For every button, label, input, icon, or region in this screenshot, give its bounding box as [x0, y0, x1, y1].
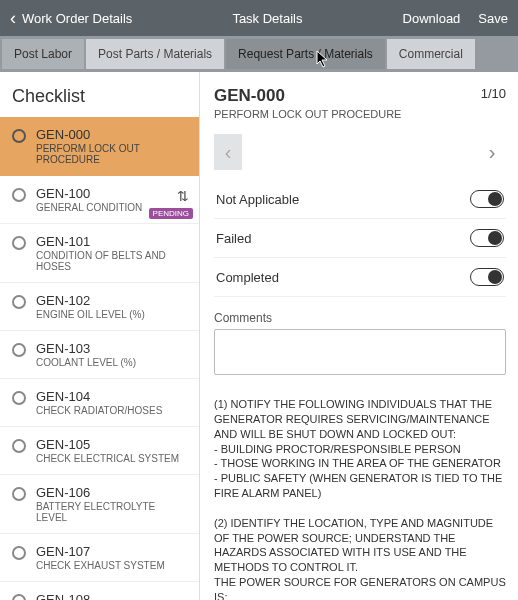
page-count: 1/10	[481, 86, 506, 101]
checklist-item-gen-107[interactable]: GEN-107CHECK EXHAUST SYSTEM	[0, 534, 199, 582]
checklist-code: GEN-000	[36, 127, 189, 142]
checklist-item-gen-103[interactable]: GEN-103COOLANT LEVEL (%)	[0, 331, 199, 379]
instructions-text: (1) NOTIFY THE FOLLOWING INDIVIDUALS THA…	[214, 397, 506, 600]
filter-icon[interactable]: ⇅	[177, 188, 189, 204]
checklist-item-gen-102[interactable]: GEN-102ENGINE OIL LEVEL (%)	[0, 283, 199, 331]
checklist-item-gen-105[interactable]: GEN-105CHECK ELECTRICAL SYSTEM	[0, 427, 199, 475]
checklist-item-gen-104[interactable]: GEN-104CHECK RADIATOR/HOSES	[0, 379, 199, 427]
radio-icon	[12, 439, 26, 453]
tab-1[interactable]: Post Parts / Materials	[86, 39, 224, 69]
detail-desc: PERFORM LOCK OUT PROCEDURE	[214, 108, 401, 120]
radio-icon	[12, 343, 26, 357]
comments-input[interactable]	[214, 329, 506, 375]
header-title: Task Details	[132, 11, 402, 26]
checklist-code: GEN-102	[36, 293, 189, 308]
toggle-failed: Failed	[214, 219, 506, 258]
checklist-heading: Checklist	[0, 72, 199, 117]
checklist-desc: PERFORM LOCK OUT PROCEDURE	[36, 143, 189, 165]
checklist-desc: ENGINE OIL LEVEL (%)	[36, 309, 189, 320]
checklist-code: GEN-103	[36, 341, 189, 356]
back-icon[interactable]: ‹	[10, 8, 16, 29]
checklist-item-gen-108[interactable]: GEN-108FUEL LEVEL (%)	[0, 582, 199, 600]
failed-toggle[interactable]	[470, 229, 504, 247]
detail-pane: GEN-000 PERFORM LOCK OUT PROCEDURE 1/10 …	[200, 72, 518, 600]
radio-icon	[12, 295, 26, 309]
toggle-not-applicable: Not Applicable	[214, 180, 506, 219]
checklist-code: GEN-105	[36, 437, 189, 452]
checklist-code: GEN-100	[36, 186, 189, 201]
completed-toggle[interactable]	[470, 268, 504, 286]
checklist-item-gen-101[interactable]: GEN-101CONDITION OF BELTS AND HOSES	[0, 224, 199, 283]
checklist-code: GEN-108	[36, 592, 189, 600]
checklist-desc: CONDITION OF BELTS AND HOSES	[36, 250, 189, 272]
next-button[interactable]: ›	[478, 134, 506, 170]
app-header: ‹ Work Order Details Task Details Downlo…	[0, 0, 518, 36]
comments-label: Comments	[214, 311, 506, 325]
header-back-label[interactable]: Work Order Details	[22, 11, 132, 26]
radio-icon	[12, 236, 26, 250]
toggle-completed: Completed	[214, 258, 506, 297]
checklist-code: GEN-104	[36, 389, 189, 404]
toggle-label: Completed	[216, 270, 279, 285]
not-applicable-toggle[interactable]	[470, 190, 504, 208]
checklist-code: GEN-106	[36, 485, 189, 500]
checklist-pane: Checklist GEN-000PERFORM LOCK OUT PROCED…	[0, 72, 200, 600]
checklist-item-gen-000[interactable]: GEN-000PERFORM LOCK OUT PROCEDURE	[0, 117, 199, 176]
tab-2[interactable]: Request Parts / Materials	[226, 39, 385, 69]
checklist-desc: COOLANT LEVEL (%)	[36, 357, 189, 368]
download-button[interactable]: Download	[403, 11, 461, 26]
radio-icon	[12, 391, 26, 405]
radio-icon	[12, 546, 26, 560]
radio-icon	[12, 129, 26, 143]
detail-code: GEN-000	[214, 86, 401, 106]
save-button[interactable]: Save	[478, 11, 508, 26]
radio-icon	[12, 487, 26, 501]
checklist-desc: CHECK RADIATOR/HOSES	[36, 405, 189, 416]
toggle-label: Not Applicable	[216, 192, 299, 207]
radio-icon	[12, 188, 26, 202]
prev-button[interactable]: ‹	[214, 134, 242, 170]
checklist-desc: BATTERY ELECTROLYTE LEVEL	[36, 501, 189, 523]
toggle-label: Failed	[216, 231, 251, 246]
checklist-item-gen-100[interactable]: GEN-100GENERAL CONDITION⇅PENDING	[0, 176, 199, 224]
tab-bar: Post LaborPost Parts / MaterialsRequest …	[0, 36, 518, 72]
checklist-item-gen-106[interactable]: GEN-106BATTERY ELECTROLYTE LEVEL	[0, 475, 199, 534]
tab-0[interactable]: Post Labor	[2, 39, 84, 69]
checklist-desc: CHECK ELECTRICAL SYSTEM	[36, 453, 189, 464]
checklist-desc: CHECK EXHAUST SYSTEM	[36, 560, 189, 571]
radio-icon	[12, 594, 26, 600]
tab-3[interactable]: Commercial	[387, 39, 475, 69]
checklist-code: GEN-101	[36, 234, 189, 249]
pending-badge: PENDING	[149, 208, 193, 219]
checklist-code: GEN-107	[36, 544, 189, 559]
